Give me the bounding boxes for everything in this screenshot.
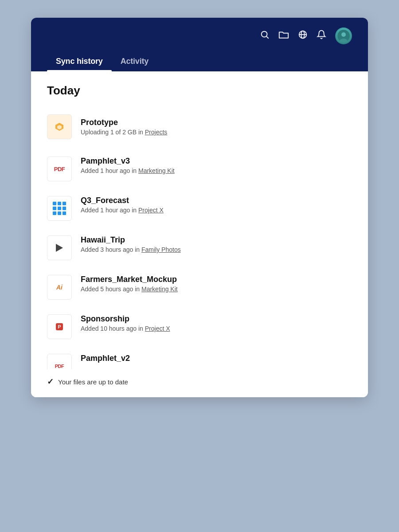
- list-item: Q3_Forecast Added 1 hour ago in Project …: [47, 189, 352, 228]
- ai-icon-inner: Ai: [56, 284, 63, 291]
- file-name: Hawaii_Trip: [81, 235, 352, 245]
- svg-point-6: [341, 32, 346, 37]
- file-name: Pamphlet_v3: [81, 156, 352, 166]
- file-link[interactable]: Marketing Kit: [138, 167, 175, 174]
- app-window: Sync history Activity Today: [31, 18, 368, 397]
- file-info: Pamphlet_v2: [81, 354, 352, 364]
- file-info: Hawaii_Trip Added 3 hours ago in Family …: [81, 235, 352, 253]
- file-info: Pamphlet_v3 Added 1 hour ago in Marketin…: [81, 156, 352, 174]
- file-link[interactable]: Project X: [138, 207, 164, 214]
- file-icon-ppt: P: [47, 314, 72, 339]
- main-content: Today Prototype Uploading 1 of 2 GB in P…: [31, 71, 368, 397]
- file-info: Prototype Uploading 1 of 2 GB in Project…: [81, 118, 352, 136]
- file-link[interactable]: Family Photos: [141, 246, 181, 253]
- list-item: PDF Pamphlet_v3 Added 1 hour ago in Mark…: [47, 149, 352, 189]
- list-item: Ai Farmers_Market_Mockup Added 5 hours a…: [47, 268, 352, 307]
- file-meta: Uploading 1 of 2 GB in Projects: [81, 129, 352, 136]
- bell-icon[interactable]: [317, 30, 326, 42]
- list-item: Prototype Uploading 1 of 2 GB in Project…: [47, 107, 352, 149]
- file-link[interactable]: Marketing Kit: [141, 286, 178, 293]
- file-name: Q3_Forecast: [81, 196, 352, 205]
- ppt-icon-inner: P: [56, 323, 63, 330]
- file-link[interactable]: Projects: [145, 129, 168, 136]
- file-meta: Added 1 hour ago in Marketing Kit: [81, 167, 352, 174]
- tabs: Sync history Activity: [47, 51, 352, 71]
- file-icon-pdf: PDF: [47, 156, 72, 181]
- file-name: Farmers_Market_Mockup: [81, 275, 352, 284]
- file-link[interactable]: Project X: [145, 325, 170, 332]
- file-icon-sketch: [47, 114, 72, 139]
- file-name: Sponsorship: [81, 314, 352, 324]
- checkmark-icon: ✓: [47, 377, 54, 387]
- header: Sync history Activity: [31, 18, 368, 71]
- file-meta: Added 10 hours ago in Project X: [81, 325, 352, 332]
- file-info: Sponsorship Added 10 hours ago in Projec…: [81, 314, 352, 332]
- status-message: Your files are up to date: [58, 378, 128, 386]
- file-name: Prototype: [81, 118, 352, 127]
- grid-icon-inner: [53, 202, 66, 215]
- file-name: Pamphlet_v2: [81, 354, 352, 363]
- tab-sync-history[interactable]: Sync history: [47, 51, 112, 71]
- file-meta: Added 1 hour ago in Project X: [81, 207, 352, 214]
- status-bar: ✓ Your files are up to date: [47, 370, 352, 388]
- play-icon-inner: [56, 244, 63, 252]
- file-info: Farmers_Market_Mockup Added 5 hours ago …: [81, 275, 352, 293]
- tab-activity[interactable]: Activity: [112, 51, 157, 71]
- file-icon-ai: Ai: [47, 275, 72, 300]
- list-item: P Sponsorship Added 10 hours ago in Proj…: [47, 307, 352, 347]
- folder-icon[interactable]: [278, 30, 289, 42]
- file-icon-grid: [47, 196, 72, 221]
- list-item: Hawaii_Trip Added 3 hours ago in Family …: [47, 228, 352, 268]
- search-icon[interactable]: [260, 30, 270, 42]
- file-list: Prototype Uploading 1 of 2 GB in Project…: [47, 107, 352, 370]
- section-title: Today: [47, 84, 352, 98]
- file-meta: Added 5 hours ago in Marketing Kit: [81, 286, 352, 293]
- file-info: Q3_Forecast Added 1 hour ago in Project …: [81, 196, 352, 214]
- globe-icon[interactable]: [298, 30, 308, 42]
- header-top: [47, 18, 352, 51]
- avatar[interactable]: [335, 27, 352, 44]
- svg-line-1: [266, 36, 268, 38]
- file-icon-play: [47, 235, 72, 260]
- list-item: PDF Pamphlet_v2: [47, 347, 352, 370]
- file-meta: Added 3 hours ago in Family Photos: [81, 246, 352, 253]
- file-icon-pdf2: PDF: [47, 354, 72, 370]
